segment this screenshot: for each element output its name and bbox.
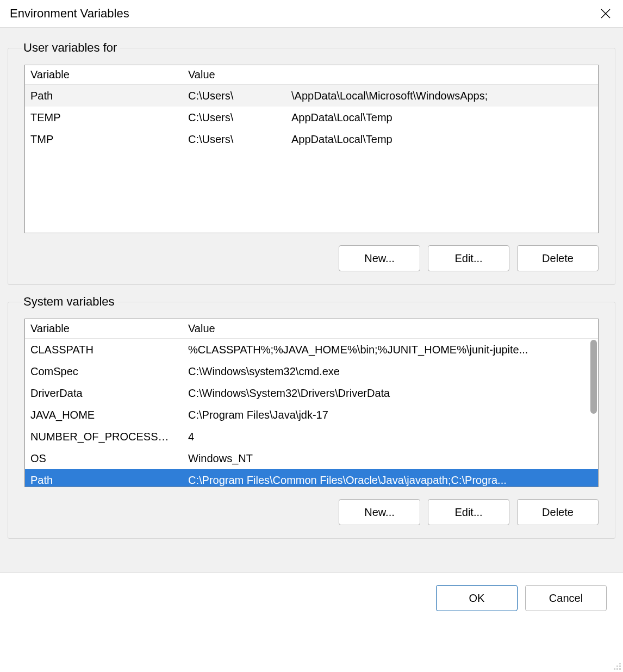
user-buttons-row: New... Edit... Delete	[24, 245, 599, 271]
system-variables-group: System variables Variable Value CLASSPAT…	[8, 295, 615, 539]
column-header-value[interactable]: Value	[183, 65, 598, 85]
cancel-button[interactable]: Cancel	[525, 585, 607, 611]
user-delete-button[interactable]: Delete	[517, 245, 599, 271]
variable-value: C:\Users\AppData\Local\Temp	[183, 107, 598, 128]
system-variables-legend: System variables	[22, 295, 118, 309]
close-icon	[600, 8, 611, 19]
title-bar: Environment Variables	[0, 0, 623, 27]
table-row[interactable]: PathC:\Program Files\Common Files\Oracle…	[25, 469, 598, 487]
variable-name: DriverData	[25, 382, 183, 404]
variable-value: C:\Users\\AppData\Local\Microsoft\Window…	[183, 85, 598, 107]
variable-name: TEMP	[25, 107, 183, 128]
variable-value: C:\Windows\System32\Drivers\DriverData	[183, 382, 598, 404]
user-edit-button[interactable]: Edit...	[428, 245, 509, 271]
table-row[interactable]: TEMPC:\Users\AppData\Local\Temp	[25, 107, 598, 128]
variable-value: C:\Users\AppData\Local\Temp	[183, 128, 598, 150]
variable-value: C:\Program Files\Java\jdk-17	[183, 404, 598, 426]
table-row[interactable]: OSWindows_NT	[25, 447, 598, 469]
variable-value: C:\Windows\system32\cmd.exe	[183, 360, 598, 382]
system-variables-list[interactable]: Variable Value CLASSPATH%CLASSPATH%;%JAV…	[24, 319, 599, 487]
column-header-variable[interactable]: Variable	[25, 65, 183, 85]
table-row[interactable]: PathC:\Users\\AppData\Local\Microsoft\Wi…	[25, 85, 598, 107]
variable-value: 4	[183, 426, 598, 447]
variable-name: ComSpec	[25, 360, 183, 382]
variable-name: OS	[25, 447, 183, 469]
table-row[interactable]: CLASSPATH%CLASSPATH%;%JAVA_HOME%\bin;%JU…	[25, 339, 598, 361]
dialog-footer: OK Cancel	[0, 573, 623, 623]
ok-button[interactable]: OK	[436, 585, 518, 611]
variable-name: JAVA_HOME	[25, 404, 183, 426]
system-delete-button[interactable]: Delete	[517, 499, 599, 525]
column-header-variable[interactable]: Variable	[25, 319, 183, 339]
variable-value: C:\Program Files\Common Files\Oracle\Jav…	[183, 469, 598, 487]
resize-grip-icon[interactable]	[611, 660, 621, 670]
user-variables-list[interactable]: Variable Value PathC:\Users\\AppData\Loc…	[24, 65, 599, 233]
user-variables-legend: User variables for	[22, 41, 120, 55]
variable-name: Path	[25, 469, 183, 487]
table-row[interactable]: NUMBER_OF_PROCESSORS4	[25, 426, 598, 447]
table-row[interactable]: JAVA_HOMEC:\Program Files\Java\jdk-17	[25, 404, 598, 426]
dialog-body: User variables for Variable Value PathC:…	[0, 27, 623, 573]
system-buttons-row: New... Edit... Delete	[24, 499, 599, 525]
scrollbar-thumb[interactable]	[590, 340, 597, 414]
user-new-button[interactable]: New...	[339, 245, 420, 271]
variable-name: Path	[25, 85, 183, 107]
system-new-button[interactable]: New...	[339, 499, 420, 525]
variable-value: Windows_NT	[183, 447, 598, 469]
close-button[interactable]	[598, 6, 613, 21]
variable-name: NUMBER_OF_PROCESSORS	[25, 426, 183, 447]
system-edit-button[interactable]: Edit...	[428, 499, 509, 525]
variable-value: %CLASSPATH%;%JAVA_HOME%\bin;%JUNIT_HOME%…	[183, 339, 598, 361]
variable-name: TMP	[25, 128, 183, 150]
variable-name: CLASSPATH	[25, 339, 183, 361]
table-row[interactable]: TMPC:\Users\AppData\Local\Temp	[25, 128, 598, 150]
column-header-value[interactable]: Value	[183, 319, 598, 339]
user-variables-group: User variables for Variable Value PathC:…	[8, 41, 615, 285]
table-row[interactable]: DriverDataC:\Windows\System32\Drivers\Dr…	[25, 382, 598, 404]
dialog-title: Environment Variables	[10, 7, 129, 21]
table-row[interactable]: ComSpecC:\Windows\system32\cmd.exe	[25, 360, 598, 382]
